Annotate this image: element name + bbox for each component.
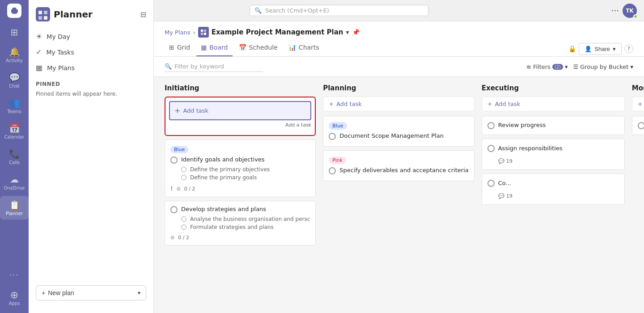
add-plus-icon-executing: +: [487, 101, 492, 107]
task-footer-1: ! ⊙ 0 / 2: [170, 182, 310, 192]
nav-item-board[interactable]: ▦ Board: [196, 41, 232, 56]
nav-item-schedule[interactable]: 📅 Schedule: [234, 41, 282, 56]
filter-chevron-icon: ▾: [565, 63, 568, 70]
main-content: 🔍 Search (Cmd+Opt+E) ··· TK My Plans › E…: [154, 0, 644, 313]
plan-name-chevron-icon[interactable]: ▾: [346, 29, 349, 36]
share-button[interactable]: 👤 Share ▾: [579, 43, 622, 55]
search-icon: 🔍: [254, 7, 262, 14]
schedule-nav-icon: 📅: [239, 44, 246, 51]
teams-icon: 👥: [9, 97, 20, 108]
apps-label: Apps: [9, 301, 20, 306]
bell-icon: 🔔: [9, 47, 20, 57]
task-checkbox-p2[interactable]: [329, 167, 336, 174]
sidebar-item-my-day[interactable]: ☀️ My Day: [29, 29, 153, 44]
add-plus-icon-monitor: +: [638, 101, 643, 107]
pin-icon[interactable]: 📌: [352, 29, 360, 36]
task-card-specify-deliverables[interactable]: Pink Specify deliverables and acceptance…: [323, 150, 474, 181]
task-subtask-2b: Formulate strategies and plans: [170, 223, 310, 231]
subtask-label-1b: Define the primary goals: [190, 174, 257, 181]
task-card-develop-strategies[interactable]: Develop strategies and plans Analyse the…: [165, 201, 316, 245]
rail-item-grid[interactable]: ⊞: [0, 23, 29, 41]
add-task-button-initiating[interactable]: + Add task: [169, 101, 311, 120]
initiating-wrapper: + Add task Add a task: [165, 97, 316, 136]
nav-item-charts[interactable]: 📊 Charts: [284, 41, 324, 56]
comment-badge-e2: 💬 19: [487, 158, 513, 164]
plan-header: My Plans › Example Project Management Pl…: [154, 21, 644, 57]
sidebar-collapse-button[interactable]: ⊟: [140, 10, 146, 19]
add-task-button-executing[interactable]: + Add task: [482, 97, 625, 111]
rail-item-planner[interactable]: 📋 Planner: [0, 196, 29, 220]
add-task-button-planning[interactable]: + Add task: [323, 97, 474, 111]
task-checkbox-m1[interactable]: [638, 122, 644, 129]
column-monitor: Monitor + A... Re...: [632, 84, 644, 306]
task-title-row-p1: Document Scope Management Plan: [329, 132, 468, 140]
rail-item-calendar[interactable]: 📅 Calendar: [0, 119, 29, 143]
task-checkbox-e2[interactable]: [487, 145, 495, 152]
task-card-assign-responsibilities[interactable]: Assign responsibilities 💬 19: [482, 139, 625, 170]
onedrive-icon: ☁️: [9, 174, 20, 185]
rail-item-more[interactable]: ···: [0, 266, 29, 284]
topbar-more-icon[interactable]: ···: [611, 6, 619, 15]
task-tag-blue: Blue: [170, 146, 188, 153]
task-checkbox-2[interactable]: [170, 206, 178, 213]
subtask-label-1a: Define the primary objectives: [190, 166, 270, 173]
task-card-monitor-1[interactable]: Re...: [632, 116, 644, 135]
help-icon[interactable]: ?: [624, 44, 633, 53]
people-share-icon: 👤: [585, 46, 592, 52]
my-plans-breadcrumb[interactable]: My Plans: [165, 29, 190, 36]
comment-icon-e3: 💬: [498, 193, 504, 199]
teams-label: Teams: [7, 109, 21, 114]
task-card-identify-goals[interactable]: Blue Identify goals and objectives Defin…: [165, 140, 316, 197]
subtask-circle-icon: [181, 167, 186, 172]
share-label: Share: [594, 46, 610, 52]
task-tag-pink: Pink: [329, 156, 346, 164]
filter-input-container[interactable]: 🔍 Filter by keyword: [165, 61, 263, 72]
sidebar: Planner ⊟ ☀️ My Day ✓ My Tasks ▦ My Plan…: [29, 0, 154, 313]
priority-icon: !: [170, 185, 173, 192]
filters-button[interactable]: ≡ Filters (2) ▾: [526, 63, 568, 70]
schedule-nav-label: Schedule: [249, 44, 278, 51]
chat-icon: 💬: [9, 72, 20, 83]
task-subtask-1b: Define the primary goals: [170, 173, 310, 182]
my-tasks-label: My Tasks: [46, 49, 74, 56]
task-checkbox-1[interactable]: [170, 156, 178, 164]
rail-item-calls[interactable]: 📞 Calls: [0, 145, 29, 169]
sidebar-item-my-plans[interactable]: ▦ My Plans: [29, 60, 153, 76]
add-task-button-monitor[interactable]: + A...: [632, 97, 644, 111]
task-checkbox-p1[interactable]: [329, 133, 336, 140]
task-card-document-scope[interactable]: Blue Document Scope Management Plan: [323, 116, 474, 147]
task-card-review-progress[interactable]: Review progress: [482, 116, 625, 135]
grid-nav-icon: ⊞: [169, 44, 174, 51]
board-nav-icon: ▦: [201, 44, 207, 51]
rail-item-chat[interactable]: 💬 Chat: [0, 68, 29, 92]
plus-icon: +: [42, 289, 45, 296]
task-title-e3: Co...: [498, 180, 511, 186]
rail-item-activity[interactable]: 🔔 Activity: [0, 43, 29, 67]
plan-name: Example Project Management Plan: [212, 28, 343, 36]
planner-logo: [36, 7, 50, 21]
checklist-icon-1: ⊙: [177, 186, 181, 192]
plan-nav: ⊞ Grid ▦ Board 📅 Schedule 📊 Charts 🔒 👤 S…: [165, 41, 633, 56]
rail-item-onedrive[interactable]: ☁️ OneDrive: [0, 170, 29, 194]
new-plan-button[interactable]: + New plan ▾: [36, 285, 146, 300]
subtask-circle-icon-2: [181, 175, 186, 180]
sidebar-item-my-tasks[interactable]: ✓ My Tasks: [29, 44, 153, 60]
task-title-row-p2: Specify deliverables and acceptance crit…: [329, 167, 468, 174]
sidebar-bottom: + New plan ▾: [29, 280, 153, 306]
rail-item-teams[interactable]: 👥 Teams: [0, 94, 29, 118]
task-checkbox-e1[interactable]: [487, 122, 495, 129]
calls-label: Calls: [9, 160, 20, 165]
rail-item-apps[interactable]: ⊕ Apps: [0, 286, 29, 309]
my-day-label: My Day: [47, 33, 70, 40]
grid-icon: ⊞: [9, 27, 20, 38]
task-card-executing-3[interactable]: Co... 💬 19: [482, 173, 625, 205]
task-checkbox-e3[interactable]: [487, 180, 495, 187]
group-by-button[interactable]: ☰ Group by Bucket ▾: [573, 63, 633, 70]
sun-icon: ☀️: [36, 32, 42, 41]
nav-item-grid[interactable]: ⊞ Grid: [165, 41, 195, 56]
search-bar[interactable]: 🔍 Search (Cmd+Opt+E): [250, 5, 428, 16]
top-bar: 🔍 Search (Cmd+Opt+E) ··· TK: [154, 0, 644, 21]
pinned-items-text: Pinned items will appear here.: [29, 89, 153, 99]
user-avatar[interactable]: TK: [623, 4, 637, 18]
add-task-label-planning: Add task: [336, 101, 362, 107]
